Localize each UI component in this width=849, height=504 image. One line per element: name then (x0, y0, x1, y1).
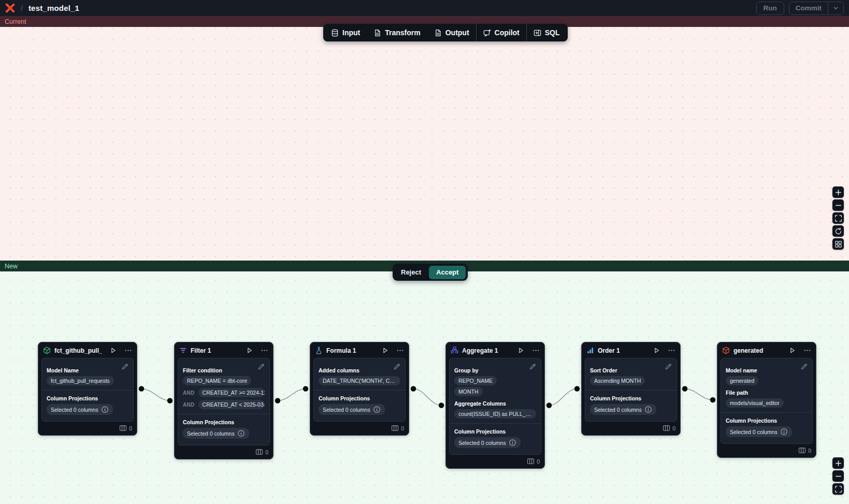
more-button[interactable] (396, 347, 404, 354)
info-icon[interactable] (509, 439, 516, 447)
value-pill[interactable]: MONTH (454, 387, 483, 396)
info-icon[interactable] (644, 406, 652, 413)
table-columns-icon (255, 448, 263, 456)
more-button[interactable] (803, 347, 811, 354)
value-pill[interactable]: DATE_TRUNC('MONTH', CREATED_AT… (319, 376, 400, 385)
value-pill[interactable]: Selected 0 columns (319, 404, 385, 415)
value-row: count(ISSUE_ID) as PULL_REQUEST_… (454, 409, 536, 419)
review-bar: Reject Accept (393, 264, 468, 281)
play-button[interactable] (109, 347, 117, 354)
condition-pill[interactable]: CREATED_AT < 2025-03-01 (198, 400, 265, 409)
value-pill[interactable]: REPO_NAME (454, 376, 497, 385)
info-icon[interactable] (780, 428, 788, 436)
value-pill[interactable]: Selected 0 columns (454, 437, 521, 448)
more-button[interactable] (124, 347, 132, 354)
value-pill-text: Selected 0 columns (323, 407, 370, 413)
value-pill-text: DATE_TRUNC('MONTH', CREATED_AT… (323, 378, 396, 384)
source-handle[interactable] (139, 386, 144, 391)
play-button[interactable] (517, 347, 525, 354)
more-button[interactable] (261, 347, 268, 354)
commit-button[interactable]: Commit (789, 2, 828, 15)
edit-pencil-icon[interactable] (665, 363, 672, 370)
value-pill[interactable]: Ascending MONTH (590, 376, 645, 385)
value-pill[interactable]: generated (726, 376, 758, 385)
value-pill[interactable]: Selected 0 columns (726, 426, 792, 437)
grid-button[interactable] (832, 238, 844, 250)
value-pill[interactable]: Selected 0 columns (183, 428, 249, 439)
filter-node[interactable]: Filter 1Filter conditionREPO_NAME = dbt-… (174, 342, 274, 459)
value-row: DATE_TRUNC('MONTH', CREATED_AT… (319, 376, 400, 385)
play-button[interactable] (788, 347, 796, 354)
edit-pencil-icon[interactable] (800, 363, 808, 370)
toolbar-item-output[interactable]: Output (427, 24, 476, 41)
commit-chevron-down-icon[interactable] (828, 2, 843, 15)
value-pill[interactable]: Selected 0 columns (590, 404, 656, 415)
filter-icon (179, 347, 187, 354)
node-header: Formula 1 (310, 342, 409, 358)
more-button[interactable] (668, 347, 675, 354)
fit-view-button[interactable] (832, 212, 844, 224)
run-button[interactable]: Run (756, 2, 784, 15)
info-icon[interactable] (101, 406, 109, 413)
play-button[interactable] (653, 347, 660, 354)
toolbar-item-transform[interactable]: Transform (367, 24, 427, 41)
node-toolbar: InputTransformOutputCopilotSQL (323, 24, 568, 41)
node-body: Model Namefct_github_pull_requestsColumn… (41, 358, 134, 422)
reject-button[interactable]: Reject (395, 266, 427, 279)
value-row: REPO_NAME (454, 376, 536, 385)
toolbar-item-copilot[interactable]: Copilot (477, 24, 526, 41)
target-handle[interactable] (574, 386, 580, 391)
target-handle[interactable] (167, 398, 172, 403)
condition-pill[interactable]: CREATED_AT >= 2024-12-01 (198, 388, 265, 397)
more-button[interactable] (532, 347, 540, 354)
formula-node[interactable]: Formula 1Added columnsDATE_TRUNC('MONTH'… (310, 342, 409, 436)
plus-button[interactable] (832, 457, 844, 469)
plus-button[interactable] (832, 186, 844, 198)
refresh-button[interactable] (832, 225, 844, 237)
node-header: generated (717, 342, 816, 358)
source-node[interactable]: fct_github_pull_requestsModel Namefct_gi… (38, 342, 137, 436)
fit-view-button[interactable] (832, 483, 844, 495)
toolbar-item-sql[interactable]: SQL (527, 24, 567, 41)
node-header: fct_github_pull_requests (38, 342, 137, 358)
edit-pencil-icon[interactable] (393, 363, 401, 370)
value-pill[interactable]: fct_github_pull_requests (47, 376, 114, 385)
new-canvas[interactable]: Reject Accept fct_github_pull_requestsMo… (0, 271, 849, 504)
source-handle[interactable] (275, 398, 280, 403)
target-handle[interactable] (439, 402, 444, 408)
order-node[interactable]: Order 1Sort OrderAscending MONTHColumn P… (581, 342, 681, 436)
value-pill[interactable]: Selected 0 columns (47, 404, 113, 415)
formula-icon (315, 347, 323, 354)
edit-pencil-icon[interactable] (121, 363, 129, 370)
section-divider (42, 390, 133, 391)
output-node[interactable]: generatedModel namegeneratedFile pathmod… (717, 342, 816, 458)
target-handle[interactable] (710, 397, 715, 402)
node-title: Formula 1 (326, 347, 374, 354)
play-button[interactable] (246, 347, 253, 354)
minus-button[interactable] (832, 199, 844, 211)
current-canvas-controls (832, 186, 844, 250)
dbt-logo-icon[interactable] (5, 3, 15, 13)
node-body: Added columnsDATE_TRUNC('MONTH', CREATED… (313, 358, 406, 422)
target-handle[interactable] (303, 386, 308, 391)
edit-pencil-icon[interactable] (257, 363, 265, 370)
toolbar-item-label: Transform (385, 28, 420, 37)
current-canvas[interactable]: InputTransformOutputCopilotSQL (0, 27, 849, 261)
aggregate-node[interactable]: Aggregate 1Group byREPO_NAMEMONTHAggrega… (445, 342, 545, 469)
accept-button[interactable]: Accept (429, 266, 466, 279)
info-icon[interactable] (373, 406, 381, 413)
minus-button[interactable] (832, 470, 844, 482)
edit-pencil-icon[interactable] (529, 363, 537, 370)
play-button[interactable] (381, 347, 389, 354)
table-columns-icon (391, 424, 399, 432)
value-pill[interactable]: count(ISSUE_ID) as PULL_REQUEST_… (454, 409, 536, 419)
node-footer: 0 (582, 422, 680, 435)
toolbar-item-label: Copilot (495, 28, 520, 37)
value-pill[interactable]: models/visual_editor (726, 398, 784, 408)
source-handle[interactable] (682, 386, 687, 391)
source-handle[interactable] (546, 402, 552, 408)
value-pill[interactable]: REPO_NAME = dbt-core (183, 376, 251, 385)
info-icon[interactable] (237, 429, 245, 437)
toolbar-item-input[interactable]: Input (324, 24, 367, 41)
source-handle[interactable] (411, 386, 416, 391)
